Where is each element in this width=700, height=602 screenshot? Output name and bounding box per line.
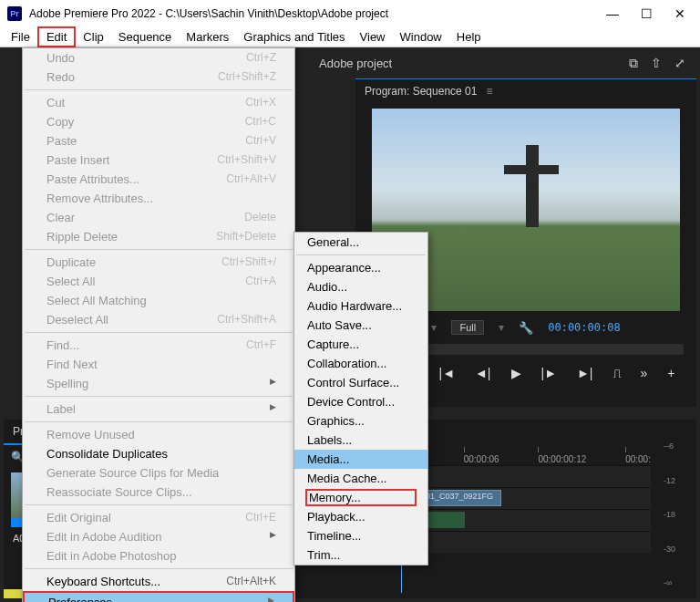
- resolution-select[interactable]: Full: [451, 320, 484, 335]
- expand-icon[interactable]: ⤢: [674, 56, 685, 71]
- app-icon: Pr: [7, 6, 22, 21]
- menuitem-label: Label▶: [23, 400, 294, 419]
- pref-audio-[interactable]: Audio...: [294, 277, 427, 296]
- time-ruler[interactable]: :00:0000:00:0600:00:00:1200:00:: [399, 447, 651, 463]
- pref-general-[interactable]: General...: [294, 233, 427, 252]
- menu-file[interactable]: File: [4, 28, 37, 46]
- menuitem-select-all: Select AllCtrl+A: [23, 272, 294, 291]
- menuitem-copy: CopyCtrl+C: [23, 112, 294, 131]
- pref-auto-save-[interactable]: Auto Save...: [294, 316, 427, 335]
- menuitem-paste-insert: Paste InsertCtrl+Shift+V: [23, 150, 294, 170]
- titlebar: Pr Adobe Premiere Pro 2022 - C:\Users\Sa…: [0, 0, 700, 27]
- menuitem-edit-in-adobe-photoshop: Edit in Adobe Photoshop: [23, 546, 294, 566]
- close-button[interactable]: ✕: [674, 6, 685, 21]
- edit-menu: UndoCtrl+ZRedoCtrl+Shift+ZCutCtrl+XCopyC…: [22, 47, 295, 602]
- share-icon[interactable]: ⇧: [651, 56, 662, 71]
- panel-menu-icon[interactable]: ≡: [486, 85, 492, 98]
- menuitem-find-: Find...Ctrl+F: [23, 336, 294, 355]
- menuitem-select-all-matching: Select All Matching: [23, 291, 294, 310]
- pref-labels-[interactable]: Labels...: [294, 431, 427, 450]
- new-window-icon[interactable]: ⧉: [629, 56, 638, 71]
- pref-memory-[interactable]: Memory...: [294, 488, 427, 507]
- workspace-tab[interactable]: Adobe project: [319, 57, 392, 70]
- menuitem-undo: UndoCtrl+Z: [23, 48, 294, 67]
- menu-window[interactable]: Window: [393, 28, 449, 46]
- timecode-right: 00:00:00:08: [548, 321, 620, 334]
- audio-meters: --6-12-18-30-∞: [662, 438, 691, 591]
- menu-clip[interactable]: Clip: [76, 28, 110, 46]
- pref-timeline-[interactable]: Timeline...: [294, 526, 427, 545]
- minimize-button[interactable]: —: [606, 6, 619, 21]
- menuitem-redo: RedoCtrl+Shift+Z: [23, 67, 294, 87]
- menuitem-reassociate-source-clips-: Reassociate Source Clips...: [23, 483, 294, 502]
- step-back-icon[interactable]: ◄|: [475, 366, 491, 380]
- menubar: FileEditClipSequenceMarkersGraphics and …: [0, 27, 700, 47]
- window-title: Adobe Premiere Pro 2022 - C:\Users\Sachi…: [29, 7, 606, 20]
- menu-view[interactable]: View: [353, 28, 393, 46]
- pref-trim-[interactable]: Trim...: [294, 545, 427, 565]
- pref-media-[interactable]: Media...: [294, 450, 427, 469]
- menuitem-remove-attributes-: Remove Attributes...: [23, 189, 294, 208]
- menuitem-clear: ClearDelete: [23, 208, 294, 227]
- more-icon[interactable]: »: [641, 366, 648, 380]
- play-icon[interactable]: ▶: [511, 366, 521, 380]
- menuitem-cut: CutCtrl+X: [23, 93, 294, 112]
- menu-help[interactable]: Help: [449, 28, 489, 46]
- pref-media-cache-[interactable]: Media Cache...: [294, 469, 427, 488]
- menuitem-duplicate: DuplicateCtrl+Shift+/: [23, 253, 294, 272]
- menuitem-remove-unused: Remove Unused: [23, 425, 294, 444]
- pref-capture-[interactable]: Capture...: [294, 335, 427, 354]
- pref-appearance-[interactable]: Appearance...: [294, 258, 427, 277]
- maximize-button[interactable]: ☐: [641, 6, 653, 21]
- menuitem-spelling: Spelling▶: [23, 374, 294, 393]
- pref-playback-[interactable]: Playback...: [294, 507, 427, 526]
- preferences-submenu: General...Appearance...Audio...Audio Har…: [293, 232, 428, 566]
- go-start-icon[interactable]: |◄: [439, 366, 456, 380]
- pref-device-control-[interactable]: Device Control...: [294, 392, 427, 411]
- menu-markers[interactable]: Markers: [179, 28, 236, 46]
- menu-edit[interactable]: Edit: [37, 26, 76, 47]
- menuitem-paste: PasteCtrl+V: [23, 131, 294, 150]
- menuitem-edit-in-adobe-audition: Edit in Adobe Audition▶: [23, 527, 294, 546]
- settings-icon[interactable]: 🔧: [519, 321, 533, 335]
- menuitem-find-next: Find Next: [23, 355, 294, 374]
- add-icon[interactable]: +: [667, 366, 674, 380]
- pref-collaboration-[interactable]: Collaboration...: [294, 354, 427, 373]
- menu-sequence[interactable]: Sequence: [111, 28, 180, 46]
- lift-icon[interactable]: ⎍: [613, 366, 621, 380]
- menuitem-generate-source-clips-for-media: Generate Source Clips for Media: [23, 463, 294, 483]
- menuitem-keyboard-shortcuts-[interactable]: Keyboard Shortcuts...Ctrl+Alt+K: [23, 572, 294, 591]
- go-end-icon[interactable]: ►|: [577, 366, 593, 380]
- menuitem-preferences[interactable]: Preferences▶: [23, 591, 294, 602]
- menuitem-paste-attributes-: Paste Attributes...Ctrl+Alt+V: [23, 170, 294, 189]
- step-fwd-icon[interactable]: |►: [541, 366, 558, 380]
- menu-graphics-and-titles[interactable]: Graphics and Titles: [236, 28, 352, 46]
- menuitem-ripple-delete: Ripple DeleteShift+Delete: [23, 227, 294, 246]
- program-title: Program: Sequence 01: [365, 85, 477, 98]
- menuitem-consolidate-duplicates[interactable]: Consolidate Duplicates: [23, 444, 294, 463]
- menuitem-edit-original: Edit OriginalCtrl+E: [23, 508, 294, 527]
- menuitem-deselect-all: Deselect AllCtrl+Shift+A: [23, 310, 294, 329]
- pref-control-surface-[interactable]: Control Surface...: [294, 373, 427, 392]
- pref-graphics-[interactable]: Graphics...: [294, 411, 427, 431]
- pref-audio-hardware-[interactable]: Audio Hardware...: [294, 296, 427, 316]
